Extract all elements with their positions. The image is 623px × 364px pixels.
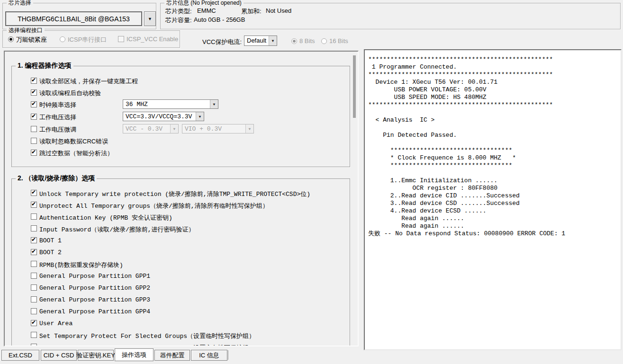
vcc-trim-value: VCC - 0.3V [126,124,163,134]
tab-verify-key[interactable]: 验证密钥.KEY [78,350,114,361]
checkbox[interactable] [31,213,37,220]
option-label: Set Temporary Protect For Slected Groups… [39,332,255,340]
clock-frequency-value: 36 MHZ [126,100,148,109]
option-row[interactable]: 读取时忽略数据CRC错误 [12,137,350,145]
scrollbar-thumb[interactable] [353,55,356,118]
option-label: BOOT 2 [39,249,62,256]
working-voltage-combobox[interactable]: VCC=3.3V/VCCQ=3.3V ▼ [123,112,204,121]
option-label: 跳过空数据（智能分析法） [39,149,113,158]
log-text: ****************************************… [365,50,621,238]
option-label: Unprotect All Temporary groups（烧录/擦除前,清除… [39,202,269,210]
checkbox[interactable] [31,237,37,243]
programmer-options-group: 1. 编程器操作选项 读取全部区域，并保存一键克隆工程 读取或编程后自动校验 时… [11,66,350,167]
chip-info-group: 芯片信息 (No Project opened) 芯片类型: EMMC 累加和:… [160,3,621,29]
checkbox[interactable] [31,296,37,302]
tab-cid-csd[interactable]: CID + CSD [41,350,77,361]
option-row[interactable]: 工作电压选择 VCC=3.3V/VCCQ=3.3V ▼ [12,113,350,121]
checkbox[interactable] [31,332,37,338]
log-console[interactable]: ****************************************… [364,49,622,350]
option-row[interactable]: Unprotect All Temporary groups（烧录/擦除前,清除… [12,201,350,209]
option-row[interactable]: Input Password（读取/烧录/擦除前,进行密码验证） [12,224,350,233]
option-label: Set Permanent Protect For Slected Groups… [39,344,255,346]
checkbox[interactable] [31,344,37,346]
tab-device-config[interactable]: 器件配置 [154,350,190,361]
icsp-vcc-label: ICSP_VCC Enable [126,36,178,43]
vcc-trim-combobox[interactable]: VCC - 0.3V ▼ [123,124,179,133]
option-row[interactable]: Authentication Key (RPMB 安全认证密钥) [12,213,350,221]
bits16-radio[interactable] [321,38,327,44]
universal-socket-label: 万能锁紧座 [16,36,47,44]
tab-ext-csd[interactable]: Ext.CSD [1,350,39,361]
vio-trim-combobox[interactable]: VIO + 0.3V ▼ [182,124,254,133]
checkbox[interactable] [31,225,37,231]
option-label: 时钟频率选择 [39,101,76,109]
option-row[interactable]: General Purpose Partition GPP2 [12,284,350,292]
option-row[interactable]: BOOT 2 [12,248,350,257]
tabstrip-edge [228,350,228,360]
checkbox[interactable] [31,89,37,96]
option-row[interactable]: 工作电压微调 VCC - 0.3V ▼ VIO + 0.3V ▼ [12,125,350,133]
option-label: Input Password（读取/烧录/擦除前,进行密码验证） [39,225,195,234]
options-panel: 1. 编程器操作选项 读取全部区域，并保存一键克隆工程 读取或编程后自动校验 时… [4,51,359,346]
option-row[interactable]: Set Permanent Protect For Slected Groups… [12,343,350,346]
option-row[interactable]: 时钟频率选择 36 MHZ ▼ [12,100,350,109]
checkbox[interactable] [31,114,37,120]
scrollbar[interactable] [351,52,358,346]
bits8-radio[interactable] [291,38,297,44]
option-label: 工作电压选择 [39,113,76,122]
chevron-down-icon: ▼ [210,100,218,108]
option-label: General Purpose Partition GPP2 [39,284,150,292]
option-label: RPMB(防数据重发保护存储块) [39,261,123,269]
checkbox[interactable] [31,284,37,291]
option-row[interactable]: General Purpose Partition GPP3 [12,295,350,304]
option-row[interactable]: General Purpose Partition GPP1 [12,272,350,280]
checkbox[interactable] [31,150,37,156]
option-label: User Area [39,320,72,327]
chip-select-dropdown-button[interactable]: ▼ [144,11,156,26]
option-label: General Purpose Partition GPP1 [39,273,150,280]
option-row[interactable]: General Purpose Partition GPP4 [12,307,350,316]
vcc-current-label: VCC保护电流: [202,38,242,46]
option-row[interactable]: Set Temporary Protect For Slected Groups… [12,331,350,339]
checkbox[interactable] [31,126,37,132]
vcc-current-combobox[interactable]: Default ▼ [244,36,277,46]
working-voltage-value: VCC=3.3V/VCCQ=3.3V [126,112,192,122]
clock-frequency-combobox[interactable]: 36 MHZ ▼ [123,99,218,109]
chevron-down-icon: ▼ [196,112,204,121]
capacity-label: 芯片容量: [165,16,192,25]
option-row[interactable]: User Area [12,319,350,328]
checkbox[interactable] [31,273,37,279]
chip-select-combobox[interactable]: THGBMFG6C1LBAIL_8Bit @BGA153 [5,11,142,26]
checkbox[interactable] [31,101,37,107]
checksum-label: 累加和: [241,7,262,16]
checkbox[interactable] [31,320,37,326]
group-title: 芯片选择 [7,0,33,6]
checkbox[interactable] [31,261,37,267]
chevron-down-icon: ▼ [269,36,277,45]
option-label: Unlock Temporary write protection (烧录/擦除… [39,190,310,198]
option-row[interactable]: BOOT 1 [12,236,350,245]
universal-socket-radio[interactable] [8,36,14,42]
checkbox[interactable] [31,190,37,196]
option-label: General Purpose Partition GPP3 [39,296,150,303]
option-row[interactable]: 读取全部区域，并保存一键克隆工程 [12,77,350,85]
icsp-port-label: ICSP串行接口 [68,36,107,44]
option-label: BOOT 1 [39,237,62,244]
option-row[interactable]: RPMB(防数据重发保护存储块) [12,260,350,268]
checkbox[interactable] [31,249,37,255]
group-title: 选择编程接口 [7,27,45,34]
checkbox[interactable] [31,138,37,144]
icsp-vcc-checkbox[interactable] [118,36,124,42]
option-row[interactable]: Unlock Temporary write protection (烧录/擦除… [12,189,350,197]
tab-ic-info[interactable]: IC 信息 [191,350,227,361]
option-row[interactable]: 读取或编程后自动校验 [12,89,350,97]
icsp-port-radio[interactable] [60,36,65,42]
option-row[interactable]: 跳过空数据（智能分析法） [12,149,350,157]
option-label: 读取全部区域，并保存一键克隆工程 [39,77,138,86]
group-title: 芯片信息 (No Project opened) [164,0,244,6]
tab-operation-options[interactable]: 操作选项 [115,348,153,361]
option-label: General Purpose Partition GPP4 [39,308,150,315]
checkbox[interactable] [31,308,37,314]
checkbox[interactable] [31,78,37,84]
checkbox[interactable] [31,202,37,208]
